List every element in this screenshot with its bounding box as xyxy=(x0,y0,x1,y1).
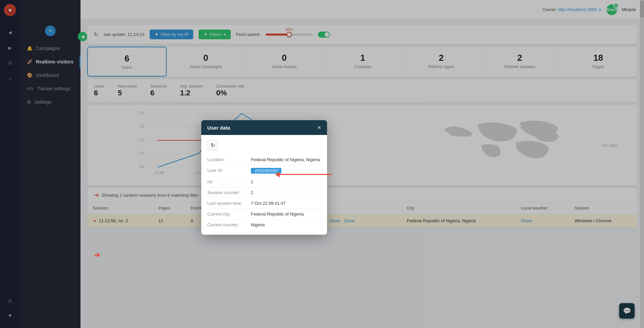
modal-field-current-country: Current country: xyxy=(207,222,251,227)
sidebar-warning-icon[interactable]: ⚠ xyxy=(4,294,16,307)
modal-field-last-session: Last session time: xyxy=(207,201,251,206)
speed-track[interactable] xyxy=(266,34,313,36)
modal-row-rel: rel: 1 xyxy=(207,177,321,187)
world-map-svg xyxy=(369,111,631,179)
stats-row: 6 Users 0 Active Campaigns 0 Active Acti… xyxy=(87,47,637,77)
speed-fill xyxy=(266,34,289,36)
metric-new-users-label: New users xyxy=(118,84,137,89)
modal-close-button[interactable]: × xyxy=(317,125,321,131)
modal-field-location: Location: xyxy=(207,157,251,162)
metric-avg-session: Avg. session 1.2 xyxy=(180,84,203,97)
modal-field-current-city: Current city: xyxy=(207,212,251,217)
svg-text:11:08: 11:08 xyxy=(155,171,164,175)
sidebar-settings-icon[interactable]: ● xyxy=(4,309,16,321)
show-btn-3[interactable]: Show xyxy=(344,218,355,223)
chat-icon: 💬 xyxy=(623,307,631,315)
metric-users-value: 6 xyxy=(94,89,104,97)
stat-users[interactable]: 6 Users xyxy=(87,47,167,77)
controls-row: ↻ last update: 11:14:10 ▼ Filter by my I… xyxy=(87,25,637,44)
metric-new-users-value: 5 xyxy=(118,89,137,97)
modal-refresh-button[interactable]: ↻ xyxy=(207,140,218,150)
gear-icon: ⚙ xyxy=(27,99,31,105)
metric-sessions-value: 6 xyxy=(150,89,167,97)
metric-sessions-label: Sessions xyxy=(150,84,167,89)
chat-widget[interactable]: 💬 xyxy=(619,303,635,319)
owner-link[interactable]: http://localhost:3000 xyxy=(558,7,597,12)
sidebar-item-tracker[interactable]: </> Tracker settings xyxy=(20,82,80,95)
funnel-icon: ▼ xyxy=(203,32,208,37)
main-content: Owner: http://localhost:3000 ▼ Miracle 9… xyxy=(80,0,644,328)
refresh-icon[interactable]: ↻ xyxy=(94,31,98,38)
modal-value-session-counter: 2 xyxy=(251,190,253,195)
modal-title: User data xyxy=(207,125,230,131)
stat-referrer-domains[interactable]: 2 Referrer domains xyxy=(481,47,559,77)
table-row[interactable]: ➔ 11:12:56, no. 2 11 0 0 user ID -205195… xyxy=(87,214,637,228)
row-arrow-icon: ➔ xyxy=(93,218,96,223)
collapse-sidebar-button[interactable]: ◀ xyxy=(78,32,87,41)
svg-text:1.5: 1.5 xyxy=(139,124,144,128)
modal-value-location: Federal Republic of Nigeria, Nigeria xyxy=(251,157,320,162)
modal-field-rel: rel: xyxy=(207,179,251,184)
show-btn-2[interactable]: Show xyxy=(329,218,340,223)
cell-session: ➔ 11:12:56, no. 2 xyxy=(87,214,153,228)
avatar[interactable]: Miracle 9 xyxy=(606,4,617,15)
stat-countries-label: Countries xyxy=(329,64,396,69)
scrollbar-track[interactable] xyxy=(640,0,644,328)
modal-row-current-city: Current city: Federal Republic of Nigeri… xyxy=(207,209,321,220)
feed-toggle[interactable] xyxy=(318,32,330,38)
stat-referrer-types[interactable]: 2 Referrer types xyxy=(402,47,481,77)
sidebar-item-realtime[interactable]: 🚀 Realtime visitors xyxy=(20,55,80,68)
stat-campaigns[interactable]: 0 Active Campaigns xyxy=(167,47,245,77)
metric-conv-label: Conversion rate xyxy=(216,84,245,89)
modal-row-last-session: Last session time: 7 Oct 22 09:41:47 xyxy=(207,198,321,209)
table-info: ➔ Showing 1 random sessions from 6 match… xyxy=(87,188,637,202)
map-area: No data xyxy=(362,105,637,185)
sidebar-strip: ◀ ▶ ↻ ⌂ ⚠ ● xyxy=(0,0,20,328)
stat-actions-label: Active Actions xyxy=(251,64,318,69)
sidebar-icon-back[interactable]: ◀ xyxy=(3,26,17,39)
cell-city: Federal Republic of Nigeria, Nigeria xyxy=(401,214,516,228)
sessions-table: Session Pages Events Audiences City Loca… xyxy=(87,202,637,228)
stat-actions-value: 0 xyxy=(251,53,318,63)
modal-body: ↻ Location: Federal Republic of Nigeria,… xyxy=(201,135,327,235)
filter-ip-button[interactable]: ▼ Filter by my IP xyxy=(150,30,193,39)
stat-pages-value: 18 xyxy=(565,53,632,63)
stat-referrer-domains-value: 2 xyxy=(486,53,553,63)
svg-text:0.5: 0.5 xyxy=(139,151,144,155)
add-button[interactable]: + xyxy=(45,26,56,36)
stat-actions[interactable]: 0 Active Actions xyxy=(245,47,324,77)
metric-sessions: Sessions 6 xyxy=(150,84,167,97)
cell-system: Windows / Chrome xyxy=(569,214,637,228)
scrollbar-thumb[interactable] xyxy=(640,1,644,17)
stat-countries[interactable]: 1 Countries xyxy=(324,47,402,77)
filters-button[interactable]: ▼ Filters ▾ xyxy=(199,30,230,39)
stat-users-value: 6 xyxy=(93,53,161,64)
stat-users-label: Users xyxy=(93,65,161,70)
sidebar-icon-refresh[interactable]: ↻ xyxy=(3,56,17,70)
metric-avg-label: Avg. session xyxy=(180,84,203,89)
modal-row-location: Location: Federal Republic of Nigeria, N… xyxy=(207,154,321,165)
app-logo[interactable] xyxy=(4,4,16,16)
sidebar-icon-home[interactable]: ⌂ xyxy=(3,72,17,85)
sidebar-item-campaigns[interactable]: 🔔 Campaigns xyxy=(20,42,80,55)
cell-pages: 11 xyxy=(153,214,185,228)
sidebar-icon-forward[interactable]: ▶ xyxy=(3,41,17,54)
rocket-icon: 🚀 xyxy=(27,59,33,64)
cell-weather[interactable]: Show xyxy=(516,214,569,228)
modal-field-userid: User ID: xyxy=(207,168,251,173)
campaigns-icon: 🔔 xyxy=(27,46,33,51)
speed-thumb[interactable] xyxy=(286,32,292,37)
stat-campaigns-value: 0 xyxy=(172,53,239,63)
stat-pages[interactable]: 18 Pages xyxy=(559,47,637,77)
modal-value-current-country: Nigeria xyxy=(251,222,265,227)
sidebar-item-settings[interactable]: ⚙ Settings xyxy=(20,95,80,109)
sidebar-item-dashboard[interactable]: 🎨 Dashboard xyxy=(20,68,80,82)
owner-label: Owner: http://localhost:3000 ▼ xyxy=(543,7,602,12)
dropdown-icon[interactable]: ▼ xyxy=(598,8,602,12)
stat-referrer-types-value: 2 xyxy=(408,53,475,63)
stat-pages-label: Pages xyxy=(565,64,632,69)
svg-text:2.0: 2.0 xyxy=(139,111,144,115)
table-area: ➔ Showing 1 random sessions from 6 match… xyxy=(87,188,637,228)
metric-new-users: New users 5 xyxy=(118,84,137,97)
no-data-label: No data xyxy=(602,143,617,148)
